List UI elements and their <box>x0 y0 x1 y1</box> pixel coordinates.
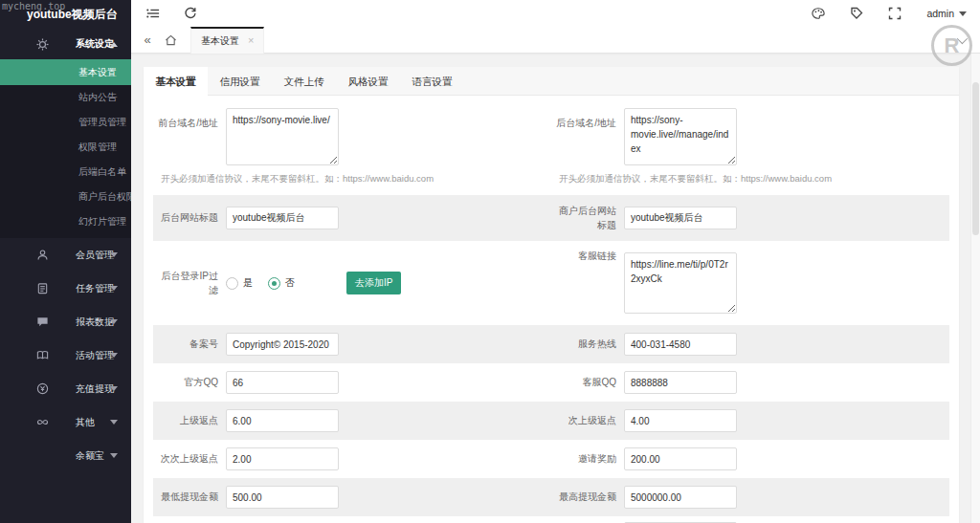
sidebar-section-yuebao[interactable]: 余额宝 <box>0 439 131 472</box>
book-icon <box>36 349 49 361</box>
sidebar-item-backend-whitelist[interactable]: 后端白名单 <box>0 160 131 185</box>
form-row-ip-service: 后台登录IP过滤 是 否 去 <box>153 241 949 325</box>
rebate-l1-input[interactable] <box>226 409 339 432</box>
tab-credit-settings[interactable]: 信用设置 <box>208 67 272 95</box>
form-row-withdraw-limits: 最低提现金额 最高提现金额 <box>153 478 949 516</box>
form-row-icp-hotline: 备案号 服务热线 <box>153 325 949 363</box>
tabs-scroll-left-icon[interactable]: « <box>137 33 158 47</box>
chevron-down-icon <box>959 11 967 16</box>
sidebar-section-label: 任务管理 <box>76 282 114 295</box>
sidebar-section-label: 充值提现 <box>76 382 114 396</box>
min-withdraw-input[interactable] <box>226 486 339 509</box>
settings-card: 基本设置 信用设置 文件上传 风格设置 语言设置 前台域名/地址 https:/… <box>144 67 959 523</box>
sidebar-section-tasks[interactable]: 任务管理 <box>0 272 131 305</box>
service-link-textarea[interactable]: https://line.me/ti/p/0T2r2xyxCk <box>624 252 737 314</box>
scrollbar-thumb[interactable] <box>972 82 979 235</box>
refresh-icon[interactable] <box>184 7 197 20</box>
tab-file-upload[interactable]: 文件上传 <box>272 67 336 95</box>
infinity-icon <box>36 416 49 428</box>
form-row-rebate-2: 次次上级返点 邀请奖励 <box>153 440 949 478</box>
field-label: 后台登录IP过滤 <box>153 269 218 298</box>
content-area: 基本设置 信用设置 文件上传 风格设置 语言设置 前台域名/地址 https:/… <box>131 54 970 523</box>
field-label: 最高提现金额 <box>551 490 616 505</box>
field-label: 官方QQ <box>153 375 218 390</box>
service-qq-input[interactable] <box>624 371 737 394</box>
sidebar-item-basic-settings[interactable]: 基本设置 <box>0 59 131 85</box>
admin-title-input[interactable] <box>226 207 339 229</box>
gear-icon <box>36 38 49 51</box>
sidebar-section-label: 报表数据 <box>76 316 114 329</box>
field-label: 备案号 <box>153 337 218 352</box>
sidebar-section-members[interactable]: 会员管理 <box>0 238 131 272</box>
sidebar-section-recharge-withdraw[interactable]: 充值提现 <box>0 372 131 405</box>
page-tab-label: 基本设置 <box>201 34 239 48</box>
tag-icon[interactable] <box>850 7 863 20</box>
hotline-input[interactable] <box>624 333 737 356</box>
sidebar-section-label: 余额宝 <box>76 449 104 463</box>
collapse-menu-icon[interactable] <box>146 7 160 20</box>
watermark-text: mycheng.top <box>2 1 65 11</box>
vertical-scrollbar[interactable] <box>970 54 980 523</box>
home-icon <box>165 34 177 46</box>
admin-username: admin <box>926 8 954 19</box>
radio-checked-icon <box>268 277 280 290</box>
url-hint: 开头必须加通信协议，末尾不要留斜杠。如：https://www.baidu.co… <box>161 173 551 185</box>
coin-icon <box>36 382 49 395</box>
sidebar-section-other[interactable]: 其他 <box>0 405 131 439</box>
fullscreen-icon[interactable] <box>888 7 902 20</box>
field-label: 商户后台网站标题 <box>551 204 616 233</box>
admin-domain-textarea[interactable]: https://sony-movie.live//manage/index <box>624 108 737 165</box>
rebate-l3-input[interactable] <box>226 447 339 470</box>
merchant-title-input[interactable] <box>624 207 737 229</box>
radio-unchecked-icon <box>226 277 238 290</box>
chevron-down-icon <box>110 319 118 324</box>
tab-style-settings[interactable]: 风格设置 <box>336 67 400 95</box>
close-icon[interactable]: × <box>248 35 254 46</box>
home-tab[interactable] <box>158 34 183 46</box>
radio-yes[interactable]: 是 <box>226 276 253 290</box>
sidebar-section-label: 其他 <box>76 416 95 429</box>
sidebar-section-system-settings[interactable]: 系统设定 <box>0 29 131 59</box>
rebate-l2-input[interactable] <box>624 409 737 432</box>
chevron-down-icon <box>110 353 118 358</box>
tab-basic-settings[interactable]: 基本设置 <box>144 67 208 96</box>
url-hint: 开头必须加通信协议，末尾不要留斜杠。如：https://www.baidu.co… <box>559 173 949 185</box>
chevron-up-icon <box>110 42 118 47</box>
field-label: 上级返点 <box>153 413 218 428</box>
page-tab-basic-settings[interactable]: 基本设置 × <box>190 27 264 54</box>
sidebar: mycheng.top youtube视频后台 系统设定 基本设置 站内公告 管… <box>0 0 131 523</box>
field-label: 最低提现金额 <box>153 490 218 505</box>
sidebar-section-reports[interactable]: 报表数据 <box>0 305 131 338</box>
ip-filter-radio-group: 是 否 <box>226 276 295 290</box>
chevron-down-icon <box>110 286 118 291</box>
sidebar-collapsed-sections: 会员管理 任务管理 报表数据 <box>0 238 131 472</box>
invite-reward-input[interactable] <box>624 447 737 470</box>
sidebar-submenu-system: 基本设置 站内公告 管理员管理 权限管理 后端白名单 商户后台权限 幻灯片管理 <box>0 59 131 238</box>
sidebar-section-label: 系统设定 <box>76 37 114 51</box>
sidebar-item-permission-management[interactable]: 权限管理 <box>0 135 131 160</box>
field-label: 服务热线 <box>551 337 616 352</box>
field-label: 客服链接 <box>551 241 616 264</box>
app-window: mycheng.top youtube视频后台 系统设定 基本设置 站内公告 管… <box>0 0 980 523</box>
settings-form: 前台域名/地址 https://sony-movie.live/ 开头必须加通信… <box>144 96 959 523</box>
sidebar-item-slideshow-management[interactable]: 幻灯片管理 <box>0 209 131 234</box>
sidebar-section-activities[interactable]: 活动管理 <box>0 338 131 372</box>
admin-user-menu[interactable]: admin <box>926 8 967 19</box>
tab-language-settings[interactable]: 语言设置 <box>400 67 464 95</box>
sidebar-item-admin-management[interactable]: 管理员管理 <box>0 110 131 135</box>
chat-report-icon <box>36 316 49 328</box>
max-withdraw-input[interactable] <box>624 486 737 509</box>
sidebar-item-site-announcement[interactable]: 站内公告 <box>0 85 131 110</box>
icp-input[interactable] <box>226 333 339 356</box>
radio-no[interactable]: 否 <box>268 276 295 290</box>
sidebar-item-merchant-permission[interactable]: 商户后台权限 <box>0 185 131 209</box>
sidebar-section-label: 活动管理 <box>76 349 114 362</box>
official-qq-input[interactable] <box>226 371 339 394</box>
chevron-down-icon <box>110 420 118 425</box>
chevron-down-icon <box>110 252 118 257</box>
theme-palette-icon[interactable] <box>812 7 825 20</box>
add-ip-button[interactable]: 去添加IP <box>346 272 401 294</box>
front-domain-textarea[interactable]: https://sony-movie.live/ <box>226 108 339 165</box>
chevron-down-icon <box>110 453 118 458</box>
form-row-partial <box>153 516 949 523</box>
